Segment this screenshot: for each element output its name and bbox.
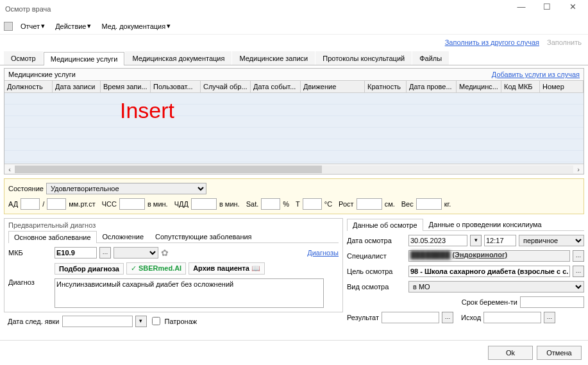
menu-action[interactable]: Действие ▾ bbox=[53, 21, 94, 31]
ishod-label: Исход bbox=[461, 314, 481, 321]
ad-dia-input[interactable] bbox=[47, 198, 66, 210]
col-kratnost[interactable]: Кратность bbox=[365, 81, 407, 92]
ves-input[interactable] bbox=[416, 198, 442, 210]
result-label: Результат bbox=[347, 314, 379, 321]
chevron-down-icon: ▾ bbox=[167, 22, 171, 30]
diag-textarea[interactable]: Инсулинзависимый сахарный диабет без осл… bbox=[55, 278, 324, 308]
ad-sys-input[interactable] bbox=[21, 198, 40, 210]
save-icon[interactable] bbox=[4, 22, 13, 31]
mkb-input[interactable] bbox=[55, 247, 97, 259]
col-dolzhnost[interactable]: Должность bbox=[4, 81, 53, 92]
preg-input[interactable] bbox=[520, 296, 584, 308]
spec-lookup-button[interactable]: … bbox=[573, 250, 584, 262]
fill-link: Заполнить bbox=[547, 38, 582, 46]
diag-label: Диагноз bbox=[8, 278, 52, 286]
mkb-extra-combo[interactable] bbox=[113, 247, 158, 259]
ad-label: АД bbox=[8, 200, 18, 208]
tab-exam-council[interactable]: Данные о проведении консилиума bbox=[423, 218, 548, 230]
result-input[interactable] bbox=[382, 312, 439, 323]
minimize-icon[interactable]: — bbox=[508, 2, 534, 16]
col-sluchai[interactable]: Случай обр... bbox=[201, 81, 251, 92]
ok-button[interactable]: Ok bbox=[488, 346, 533, 360]
result-lookup-button[interactable]: … bbox=[442, 312, 453, 323]
col-data-sobyt[interactable]: Дата событ... bbox=[251, 81, 301, 92]
patronazh-checkbox[interactable] bbox=[152, 317, 160, 325]
next-visit-calendar-icon[interactable]: ▾ bbox=[135, 316, 147, 327]
archive-button[interactable]: Архив пациента 📖 bbox=[189, 262, 265, 275]
add-services-link[interactable]: Добавить услуги из случая bbox=[492, 71, 580, 78]
next-visit-date[interactable] bbox=[62, 316, 133, 327]
menu-report[interactable]: Отчет ▾ bbox=[18, 21, 47, 31]
book-icon: 📖 bbox=[251, 264, 260, 272]
exam-date-label: Дата осмотра bbox=[347, 237, 406, 244]
tab-files[interactable]: Файлы bbox=[412, 51, 449, 65]
maximize-icon[interactable]: ☐ bbox=[534, 2, 560, 16]
services-panel-title: Медицинские услуги bbox=[8, 71, 76, 78]
t-input[interactable] bbox=[303, 198, 322, 210]
exam-time-input[interactable] bbox=[484, 235, 516, 246]
primary-combo[interactable]: первичное bbox=[519, 235, 584, 246]
chevron-down-icon: ▾ bbox=[87, 22, 91, 30]
spec-field: ████████ (Эндокринолог) bbox=[408, 250, 570, 262]
scroll-thumb[interactable] bbox=[15, 166, 322, 173]
goal-input[interactable] bbox=[408, 266, 570, 277]
chdd-input[interactable] bbox=[191, 198, 217, 210]
col-dvizhenie[interactable]: Движение bbox=[301, 81, 365, 92]
chss-input[interactable] bbox=[119, 198, 145, 210]
menu-meddoc[interactable]: Мед. документация ▾ bbox=[99, 21, 173, 31]
spec-label: Специалист bbox=[347, 252, 406, 260]
scroll-left-icon[interactable]: ‹ bbox=[4, 166, 15, 173]
pre-diag-fieldset: Предварительный диагноз Основное заболев… bbox=[4, 218, 343, 312]
view-combo[interactable]: в МО bbox=[408, 281, 584, 293]
goal-label: Цель осмотра bbox=[347, 267, 406, 275]
diagnozy-link[interactable]: Диагнозы bbox=[307, 249, 339, 257]
state-label: Состояние bbox=[8, 185, 44, 192]
window-titlebar: Осмотр врача — ☐ ✕ bbox=[0, 0, 588, 18]
close-icon[interactable]: ✕ bbox=[560, 2, 585, 16]
goal-lookup-button[interactable]: … bbox=[573, 266, 584, 277]
scroll-right-icon[interactable]: › bbox=[573, 166, 584, 173]
tab-records[interactable]: Медицинские записи bbox=[232, 51, 315, 65]
ishod-input[interactable] bbox=[483, 312, 541, 323]
subtab-compl[interactable]: Осложнение bbox=[97, 230, 149, 242]
insert-overlay: Insert bbox=[120, 98, 174, 123]
podbor-button[interactable]: Подбор диагноза bbox=[55, 263, 124, 275]
services-grid-body[interactable]: Insert bbox=[4, 93, 584, 164]
subtab-soput[interactable]: Сопутствующие заболевания bbox=[149, 230, 258, 242]
mkb-lookup-button[interactable]: … bbox=[99, 247, 111, 259]
fill-from-case-link[interactable]: Заполнить из другого случая bbox=[445, 38, 539, 46]
col-kod-mkb[interactable]: Код МКБ bbox=[501, 81, 540, 92]
tab-services[interactable]: Медицинские услуги bbox=[44, 52, 125, 65]
pre-diag-title: Предварительный диагноз bbox=[8, 221, 339, 229]
window-title: Осмотр врача bbox=[3, 5, 508, 13]
sbermed-button[interactable]: ✓ SBERmed.AI bbox=[126, 262, 186, 275]
services-hscroll[interactable]: ‹ › bbox=[4, 164, 584, 174]
col-nomer[interactable]: Номер bbox=[540, 81, 584, 92]
next-visit-label: Дата след. явки bbox=[8, 318, 60, 325]
calendar-icon[interactable]: ▾ bbox=[470, 235, 482, 246]
cancel-button[interactable]: Отмена bbox=[537, 346, 582, 360]
col-vremya[interactable]: Время запи... bbox=[101, 81, 151, 92]
ribbon-icon: ✿ bbox=[161, 248, 169, 258]
col-polzovatel[interactable]: Пользоват... bbox=[151, 81, 201, 92]
patronazh-label: Патронаж bbox=[165, 318, 197, 325]
col-data-prove[interactable]: Дата прове... bbox=[407, 81, 457, 92]
view-label: Вид осмотра bbox=[347, 283, 406, 291]
col-meditsins[interactable]: Медицинс... bbox=[457, 81, 501, 92]
menubar: Отчет ▾ Действие ▾ Мед. документация ▾ bbox=[0, 18, 588, 35]
tab-meddoc[interactable]: Медицинская документация bbox=[125, 51, 231, 65]
sat-input[interactable] bbox=[261, 198, 280, 210]
exam-date-input[interactable] bbox=[408, 235, 467, 246]
chevron-down-icon: ▾ bbox=[41, 22, 45, 30]
tab-osmotr[interactable]: Осмотр bbox=[4, 51, 43, 65]
tab-exam-data[interactable]: Данные об осмотре bbox=[347, 219, 423, 231]
services-panel: Медицинские услуги Добавить услуги из сл… bbox=[4, 68, 584, 174]
services-grid-header: Должность Дата записи Время запи... Поль… bbox=[4, 80, 584, 93]
ishod-lookup-button[interactable]: … bbox=[544, 312, 555, 323]
tab-protocols[interactable]: Протоколы консультаций bbox=[315, 51, 412, 65]
mkb-label: МКБ bbox=[8, 249, 52, 257]
col-data-zapisi[interactable]: Дата записи bbox=[53, 81, 101, 92]
rost-input[interactable] bbox=[357, 198, 382, 210]
state-combo[interactable]: Удовлетворительное bbox=[46, 183, 206, 194]
subtab-main[interactable]: Основное заболевание bbox=[8, 231, 97, 243]
